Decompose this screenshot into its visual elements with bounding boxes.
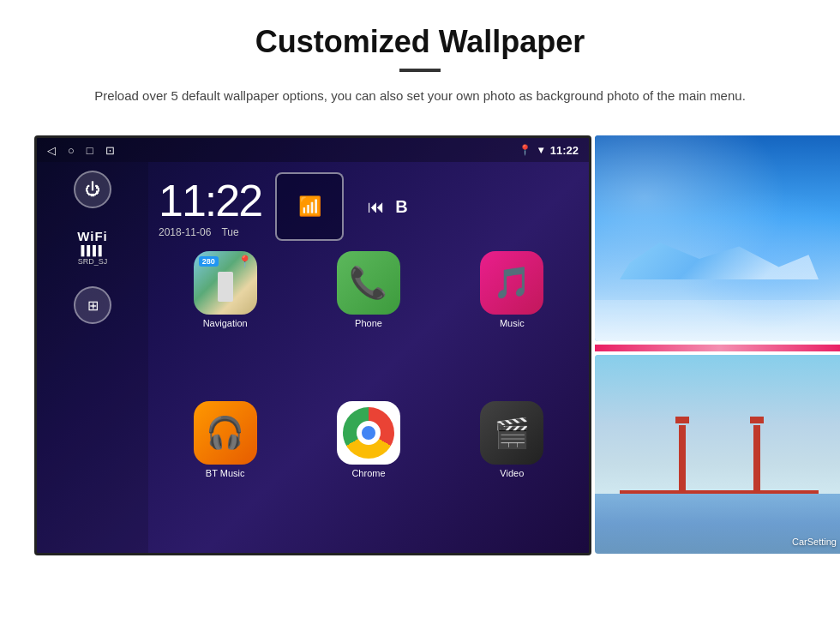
title-divider <box>399 69 441 72</box>
left-sidebar: ⏻ WiFi ▌▌▌▌ SRD_SJ ⊞ <box>37 162 148 555</box>
video-clapboard-icon: 🎬 <box>494 416 530 450</box>
date-value: 2018-11-06 <box>159 226 211 238</box>
list-item[interactable]: 🎧 BT Music <box>159 401 291 541</box>
wallpaper-bottom-panel[interactable]: CarSetting <box>595 355 840 554</box>
recents-icon[interactable]: □ <box>87 144 93 157</box>
list-item[interactable]: 280 📍 Navigation <box>159 251 291 391</box>
list-item[interactable]: Chrome <box>302 401 435 541</box>
bridge-towers <box>645 425 794 494</box>
nav-pin-icon: 📍 <box>237 255 252 268</box>
list-item[interactable]: 🎬 Video <box>446 401 579 541</box>
nav-badge: 280 <box>199 256 219 267</box>
wifi-label: WiFi <box>77 229 108 243</box>
location-icon: 📍 <box>519 144 531 156</box>
app-grid: 280 📍 Navigation 📞 Phone <box>148 241 589 551</box>
day-value: Tue <box>221 226 238 238</box>
bridge-tower-right <box>753 425 760 494</box>
home-icon[interactable]: ○ <box>68 144 75 157</box>
video-label: Video <box>500 468 524 478</box>
list-item[interactable]: 🎵 Music <box>446 251 579 391</box>
phone-app-icon[interactable]: 📞 <box>337 251 400 315</box>
bridge-tower-left <box>679 425 686 494</box>
wifi-bars-icon: ▌▌▌▌ <box>81 245 104 255</box>
android-screen: ◁ ○ □ ⊡ 📍 ▾ 11:22 ⏻ WiFi ▌▌▌▌ S <box>34 135 591 555</box>
screenshot-icon[interactable]: ⊡ <box>105 144 115 157</box>
bt-music-app-icon[interactable]: 🎧 <box>194 401 257 465</box>
center-area: 11:22 2018-11-06 Tue 📶 ⏮ B <box>148 162 589 555</box>
status-bar: ◁ ○ □ ⊡ 📍 ▾ 11:22 <box>37 138 589 162</box>
power-button[interactable]: ⏻ <box>74 171 111 208</box>
clock-widget-area: 11:22 2018-11-06 Tue 📶 ⏮ B <box>148 169 589 241</box>
chrome-app-icon[interactable] <box>337 401 400 465</box>
power-icon: ⏻ <box>85 181 100 199</box>
phone-label: Phone <box>355 318 382 328</box>
chrome-label: Chrome <box>351 468 385 478</box>
navigation-app-icon[interactable]: 280 📍 <box>194 251 257 315</box>
screen-body: ⏻ WiFi ▌▌▌▌ SRD_SJ ⊞ 11:22 <box>37 162 589 555</box>
navigation-label: Navigation <box>203 318 248 328</box>
wifi-widget: WiFi ▌▌▌▌ SRD_SJ <box>77 229 108 266</box>
back-icon[interactable]: ◁ <box>47 144 56 157</box>
video-app-icon[interactable]: 🎬 <box>480 401 543 465</box>
page-title: Customized Wallpaper <box>51 24 789 60</box>
bt-music-label: BT Music <box>206 468 245 478</box>
clock-time: 11:22 <box>159 175 261 226</box>
wifi-status-icon: ▾ <box>538 144 543 156</box>
apps-button[interactable]: ⊞ <box>74 286 111 324</box>
list-item[interactable]: 📞 Phone <box>302 251 435 391</box>
music-label: Music <box>500 318 525 328</box>
music-app-icon[interactable]: 🎵 <box>480 251 543 315</box>
nav-road <box>218 272 233 302</box>
media-widget: 📶 <box>275 172 344 241</box>
wallpaper-top-panel[interactable] <box>595 135 840 341</box>
page-description: Preload over 5 default wallpaper options… <box>69 86 771 106</box>
wifi-ssid: SRD_SJ <box>78 257 108 266</box>
bluetooth-icon: 🎧 <box>206 415 244 451</box>
clock-date: 2018-11-06 Tue <box>159 226 261 238</box>
music-note-icon: 🎵 <box>493 265 531 301</box>
wallpaper-panels: CarSetting <box>595 135 840 554</box>
apps-grid-icon: ⊞ <box>87 297 99 314</box>
carsetting-label: CarSetting <box>792 537 837 547</box>
status-time: 11:22 <box>550 144 579 157</box>
content-area: ◁ ○ □ ⊡ 📍 ▾ 11:22 ⏻ WiFi ▌▌▌▌ S <box>0 120 840 564</box>
wifi-signal-icon: 📶 <box>298 195 321 218</box>
prev-track-icon[interactable]: ⏮ <box>368 197 385 217</box>
media-controls: ⏮ B <box>357 197 417 217</box>
pink-strip <box>595 345 840 351</box>
bluetooth-label: B <box>395 197 407 217</box>
phone-handset-icon: 📞 <box>349 265 387 301</box>
page-header: Customized Wallpaper Preload over 5 defa… <box>0 0 840 120</box>
clock-display: 11:22 2018-11-06 Tue <box>159 175 261 238</box>
